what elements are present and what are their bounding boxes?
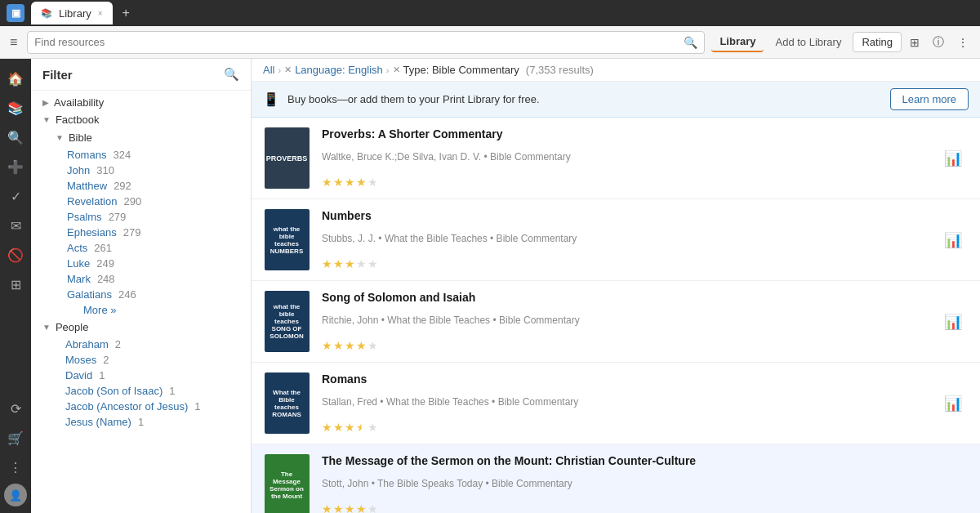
filter-david[interactable]: David 1 (54, 368, 251, 383)
add-chart-button[interactable]: 📊 (941, 146, 965, 171)
chrome-bar: ▣ 📚 Library × + (0, 0, 980, 26)
book-author: Waltke, Bruce K.;De Silva, Ivan D. V. • … (322, 151, 929, 163)
tab-label: Library (59, 7, 91, 20)
book-item: what the bible teaches NUMBERS Numbers S… (252, 199, 980, 281)
rating-button[interactable]: Rating (853, 32, 902, 52)
availability-arrow: ▶ (42, 98, 49, 107)
book-title: Numbers (322, 209, 929, 222)
search-icon[interactable]: 🔍 (684, 36, 697, 49)
search-input[interactable] (34, 36, 679, 48)
book-item: PROVERBS Proverbs: A Shorter Commentary … (252, 118, 980, 199)
filter-ephesians[interactable]: Ephesians 279 (56, 225, 251, 240)
breadcrumb-language[interactable]: Language: English (295, 64, 383, 76)
people-label: People (56, 321, 88, 333)
people-section[interactable]: ▼ People (31, 318, 251, 337)
bible-label: Bible (69, 132, 92, 144)
filter-luke[interactable]: Luke 249 (56, 256, 251, 271)
book-cover-image: what the bible teaches SONG OF SOLOMON (265, 291, 310, 352)
add-to-library-button[interactable]: Add to Library (767, 33, 849, 51)
book-author: Stott, John • The Bible Speaks Today • B… (322, 478, 969, 489)
book-stars: ★★★★★ (322, 339, 929, 352)
book-title: Proverbs: A Shorter Commentary (322, 127, 929, 141)
people-arrow: ▼ (42, 323, 51, 332)
info-icon[interactable]: ⓘ (928, 32, 949, 53)
book-info: The Message of the Sermon on the Mount: … (322, 454, 969, 513)
nav-home[interactable]: 🏠 (2, 65, 29, 91)
filter-jesus-name[interactable]: Jesus (Name) 1 (54, 414, 251, 430)
book-list: PROVERBS Proverbs: A Shorter Commentary … (252, 118, 980, 513)
filter-jacob-son[interactable]: Jacob (Son of Isaac) 1 (54, 383, 251, 399)
book-cover-image: What the Bible teaches ROMANS (265, 372, 310, 434)
people-items: Abraham 2 Moses 2 David 1 Jacob (Son of … (31, 337, 251, 430)
filter-john[interactable]: John 310 (56, 163, 251, 178)
filter-romans[interactable]: Romans 324 (56, 147, 251, 163)
filter-matthew[interactable]: Matthew 292 (56, 178, 251, 194)
nav-mail[interactable]: ✉ (2, 212, 29, 239)
book-cover-image: what the bible teaches NUMBERS (265, 209, 310, 270)
filter-jacob-ancestor[interactable]: Jacob (Ancestor of Jesus) 1 (54, 399, 251, 414)
nav-library[interactable]: 📚 (2, 95, 29, 121)
sidebar-header: Filter 🔍 (31, 59, 251, 91)
book-cover: what the bible teaches NUMBERS (263, 209, 310, 270)
nav-cart[interactable]: 🛒 (2, 425, 29, 451)
book-cover: PROVERBS (263, 127, 310, 189)
more-icon[interactable]: ⋮ (952, 33, 973, 52)
filter-abraham[interactable]: Abraham 2 (54, 337, 251, 352)
nav-more[interactable]: ⋮ (2, 454, 29, 480)
book-cover: What the Bible teaches ROMANS (263, 372, 310, 434)
breadcrumb-count: (7,353 results) (526, 64, 594, 76)
add-chart-button[interactable]: 📊 (941, 228, 965, 252)
filter-galatians[interactable]: Galatians 246 (56, 287, 251, 302)
tab-close-icon[interactable]: × (98, 9, 103, 18)
add-chart-button[interactable]: 📊 (941, 391, 965, 416)
factbook-arrow: ▼ (42, 115, 51, 124)
book-item: What the Bible teaches ROMANS Romans Sta… (252, 363, 980, 444)
new-tab-button[interactable]: + (122, 6, 130, 20)
filter-acts[interactable]: Acts 261 (56, 240, 251, 256)
nav-grid[interactable]: ⊞ (2, 271, 29, 297)
main-area: 🏠 📚 🔍 ➕ ✓ ✉ 🚫 ⊞ ⟳ 🛒 ⋮ 👤 Filter 🔍 ▶ Avail… (0, 59, 980, 513)
book-item: The Message Sermon on the Mount The Mess… (252, 444, 980, 513)
book-author: Ritchie, John • What the Bible Teaches •… (322, 314, 929, 326)
library-button[interactable]: Library (711, 32, 764, 52)
book-title: Song of Solomon and Isaiah (322, 291, 929, 304)
filter-title: Filter (42, 68, 73, 82)
toolbar: ≡ 🔍 Library Add to Library Rating ⊞ ⓘ ⋮ (0, 26, 980, 59)
availability-label: Availability (54, 96, 104, 109)
nav-block[interactable]: 🚫 (2, 242, 29, 268)
menu-icon[interactable]: ≡ (7, 32, 20, 53)
learn-more-button[interactable]: Learn more (890, 88, 969, 110)
nav-search[interactable]: 🔍 (2, 124, 29, 150)
filter-psalms[interactable]: Psalms 279 (56, 209, 251, 225)
book-cover-image: The Message Sermon on the Mount (265, 454, 310, 513)
nav-sync[interactable]: ⟳ (2, 395, 29, 422)
bible-items: Romans 324 John 310 Matthew 292 Revelati… (44, 147, 251, 318)
avatar[interactable]: 👤 (4, 484, 27, 506)
breadcrumb-all[interactable]: All (263, 64, 274, 76)
book-info: Romans Stallan, Fred • What the Bible Te… (322, 372, 929, 434)
book-author: Stallan, Fred • What the Bible Teaches •… (322, 396, 929, 408)
filter-section: ▶ Availability ▼ Factbook ▼ Bible Romans… (31, 91, 251, 433)
filter-revelation[interactable]: Revelation 290 (56, 194, 251, 209)
filter-search-icon[interactable]: 🔍 (224, 67, 239, 82)
book-item: what the bible teaches SONG OF SOLOMON S… (252, 281, 980, 363)
add-chart-button[interactable]: 📊 (941, 310, 965, 334)
layout-icon[interactable]: ⊞ (905, 33, 924, 52)
availability-filter[interactable]: ▶ Availability (31, 94, 251, 111)
filter-mark[interactable]: Mark 248 (56, 271, 251, 287)
book-stars: ★★★★★ (322, 257, 929, 270)
breadcrumb-type: Type: Bible Commentary (403, 64, 519, 76)
filter-more[interactable]: More » (56, 302, 251, 318)
library-tab[interactable]: 📚 Library × (31, 2, 113, 25)
book-info: Numbers Stubbs, J. J. • What the Bible T… (322, 209, 929, 270)
book-info: Proverbs: A Shorter Commentary Waltke, B… (322, 127, 929, 189)
print-banner: 📱 Buy books—or add them to your Print Li… (252, 82, 980, 118)
nav-add[interactable]: ➕ (2, 154, 29, 180)
filter-moses[interactable]: Moses 2 (54, 352, 251, 368)
factbook-filter[interactable]: ▼ Factbook (31, 111, 251, 128)
bible-section[interactable]: ▼ Bible (44, 128, 251, 147)
search-bar: 🔍 (27, 31, 705, 54)
book-title: The Message of the Sermon on the Mount: … (322, 454, 969, 467)
nav-check[interactable]: ✓ (2, 183, 29, 209)
book-action: 📊 (941, 372, 969, 434)
